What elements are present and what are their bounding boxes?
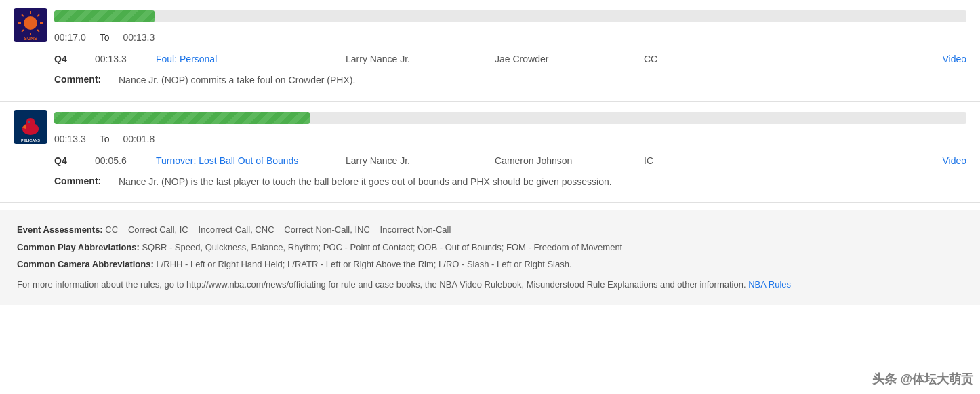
nba-rules-link[interactable]: NBA Rules — [748, 279, 791, 290]
quarter-2: Q4 — [54, 155, 95, 166]
assessments-text: CC = Correct Call, IC = Incorrect Call, … — [105, 224, 451, 235]
call-type-1: CC — [644, 54, 698, 64]
progress-bar-2 — [54, 112, 310, 124]
play-section-1: SUNS 00:17.0 To 00:13.3 Q4 00:13.3 Foul:… — [0, 0, 980, 102]
camera-line: Common Camera Abbreviations: L/RHH - Lef… — [17, 258, 963, 271]
abbreviations-label: Common Play Abbreviations: — [17, 242, 140, 252]
progress-bar-1 — [54, 10, 155, 22]
abbreviations-text: SQBR - Speed, Quickness, Balance, Rhythm… — [142, 242, 622, 252]
time-row-1: 00:17.0 To 00:13.3 — [54, 29, 966, 48]
svg-text:SUNS: SUNS — [24, 36, 37, 41]
comment-label-1: Comment: — [54, 74, 108, 85]
svg-text:PELICANS: PELICANS — [21, 138, 40, 142]
comment-row-1: Comment: Nance Jr. (NOP) commits a take … — [54, 70, 966, 94]
more-info-text: For more information about the rules, go… — [17, 279, 746, 290]
to-label-1: To — [100, 32, 110, 43]
camera-label: Common Camera Abbreviations: — [17, 259, 154, 269]
camera-text: L/RHH - Left or Right Hand Held; L/RATR … — [156, 259, 571, 269]
pelicans-logo: PELICANS — [14, 110, 47, 144]
player1-1: Larry Nance Jr. — [346, 54, 495, 64]
comment-text-1: Nance Jr. (NOP) commits a take foul on C… — [119, 74, 355, 87]
time-end-1: 00:13.3 — [123, 32, 155, 43]
comment-row-2: Comment: Nance Jr. (NOP) is the last pla… — [54, 172, 966, 196]
player2-1: Jae Crowder — [495, 54, 644, 64]
event-type-2: Turnover: Lost Ball Out of Bounds — [156, 155, 346, 166]
video-link-1[interactable]: Video — [942, 54, 966, 64]
time-start-1: 00:17.0 — [54, 32, 86, 43]
svg-point-13 — [26, 118, 35, 129]
player2-2: Cameron Johnson — [495, 155, 644, 166]
comment-label-2: Comment: — [54, 176, 108, 186]
video-link-2[interactable]: Video — [942, 155, 966, 166]
assessments-line: Event Assessments: CC = Correct Call, IC… — [17, 223, 963, 237]
time-row-2: 00:13.3 To 00:01.8 — [54, 131, 966, 150]
event-type-1: Foul: Personal — [156, 54, 346, 64]
to-label-2: To — [100, 134, 110, 144]
more-info-line: For more information about the rules, go… — [17, 278, 963, 292]
event-time-2: 00:05.6 — [95, 155, 156, 166]
assessments-label: Event Assessments: — [17, 224, 103, 235]
svg-point-16 — [28, 121, 30, 123]
time-end-2: 00:01.8 — [123, 134, 155, 144]
comment-text-2: Nance Jr. (NOP) is the last player to to… — [119, 176, 612, 189]
event-time-1: 00:13.3 — [95, 54, 156, 64]
progress-bar-container-1 — [54, 10, 966, 22]
event-row-1: Q4 00:13.3 Foul: Personal Larry Nance Jr… — [54, 48, 966, 70]
player1-2: Larry Nance Jr. — [346, 155, 495, 166]
main-container: SUNS 00:17.0 To 00:13.3 Q4 00:13.3 Foul:… — [0, 0, 980, 305]
abbreviations-line: Common Play Abbreviations: SQBR - Speed,… — [17, 241, 963, 254]
time-start-2: 00:13.3 — [54, 134, 86, 144]
quarter-1: Q4 — [54, 54, 95, 64]
suns-logo: SUNS — [14, 8, 47, 42]
legend-section: Event Assessments: CC = Correct Call, IC… — [0, 210, 980, 305]
svg-point-1 — [24, 16, 37, 30]
call-type-2: IC — [644, 155, 698, 166]
play-section-2: PELICANS 00:13.3 To 00:01.8 Q4 00:05.6 T… — [0, 102, 980, 203]
event-row-2: Q4 00:05.6 Turnover: Lost Ball Out of Bo… — [54, 150, 966, 172]
progress-bar-container-2 — [54, 112, 966, 124]
